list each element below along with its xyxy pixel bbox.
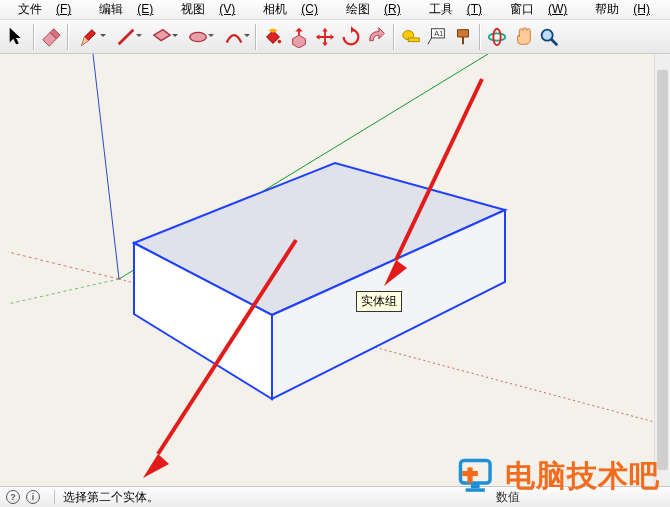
separator [255, 24, 257, 50]
text-icon: A1 [426, 26, 448, 48]
tape-tool[interactable] [398, 24, 424, 50]
pan-icon [512, 26, 534, 48]
orbit-icon [486, 26, 508, 48]
paint-icon [452, 26, 474, 48]
svg-point-2 [269, 28, 276, 32]
text-tool[interactable]: A1 [424, 24, 450, 50]
polygon-tool[interactable] [180, 24, 216, 50]
axis-y-neg [8, 279, 119, 304]
svg-text:A1: A1 [434, 29, 443, 38]
line-tool[interactable] [108, 24, 144, 50]
bucket-tool[interactable] [260, 24, 286, 50]
tooltip-entity-group: 实体组 [356, 291, 402, 312]
arc-icon [223, 26, 245, 48]
svg-point-1 [190, 32, 207, 41]
svg-marker-17 [143, 454, 169, 478]
svg-line-0 [119, 29, 134, 44]
rotate-icon [340, 26, 362, 48]
svg-rect-5 [408, 37, 419, 41]
scene-canvas [0, 54, 670, 486]
select-tool[interactable] [4, 24, 30, 50]
svg-rect-9 [462, 37, 464, 44]
svg-line-8 [428, 37, 432, 43]
line-icon [115, 26, 137, 48]
separator [67, 24, 69, 50]
cursor-icon [6, 26, 28, 48]
watermark-logo-icon [455, 457, 499, 497]
viewport-3d[interactable]: 实体组 [0, 54, 670, 486]
menu-tools[interactable]: 工具(T) [415, 0, 496, 20]
pencil-icon [79, 26, 101, 48]
arc-tool[interactable] [216, 24, 252, 50]
move-icon [314, 26, 336, 48]
menu-help[interactable]: 帮助(H) [581, 0, 664, 20]
scrollbar-vertical[interactable] [654, 54, 670, 486]
eraser-icon [40, 26, 62, 48]
svg-line-13 [551, 38, 557, 44]
separator [54, 490, 55, 504]
svg-rect-22 [462, 470, 478, 475]
separator [33, 24, 35, 50]
zoom-tool[interactable] [536, 24, 562, 50]
watermark: 电脑技术吧 [455, 456, 660, 497]
menu-view[interactable]: 视图(V) [167, 0, 249, 20]
svg-point-3 [278, 39, 282, 43]
status-hint: 选择第二个实体。 [63, 489, 159, 506]
separator [479, 24, 481, 50]
svg-point-10 [489, 33, 506, 40]
menu-camera[interactable]: 相机(C) [249, 0, 332, 20]
rectangle-icon [151, 26, 173, 48]
polygon-icon [187, 26, 209, 48]
scrollbar-thumb[interactable] [657, 70, 668, 470]
info-icon[interactable]: i [26, 490, 40, 504]
toolbar: A1 [0, 20, 670, 54]
paint-tool[interactable] [450, 24, 476, 50]
eraser-tool[interactable] [38, 24, 64, 50]
axis-z [93, 54, 119, 279]
svg-point-11 [493, 28, 500, 45]
offset-tool[interactable] [364, 24, 390, 50]
move-tool[interactable] [312, 24, 338, 50]
pencil-tool[interactable] [72, 24, 108, 50]
offset-icon [366, 26, 388, 48]
bucket-icon [262, 26, 284, 48]
watermark-text: 电脑技术吧 [505, 456, 660, 497]
pushpull-tool[interactable] [286, 24, 312, 50]
axis-x-neg [8, 252, 119, 279]
menu-edit[interactable]: 编辑(E) [85, 0, 167, 20]
pan-tool[interactable] [510, 24, 536, 50]
separator [393, 24, 395, 50]
rectangle-tool[interactable] [144, 24, 180, 50]
svg-rect-20 [466, 488, 485, 491]
menu-file[interactable]: 文件(F) [4, 0, 85, 20]
orbit-tool[interactable] [484, 24, 510, 50]
menu-bar: 文件(F) 编辑(E) 视图(V) 相机(C) 绘图(R) 工具(T) 窗口(W… [0, 0, 670, 20]
rotate-tool[interactable] [338, 24, 364, 50]
menu-draw[interactable]: 绘图(R) [332, 0, 415, 20]
svg-rect-19 [471, 483, 480, 488]
pushpull-icon [288, 26, 310, 48]
tape-icon [400, 26, 422, 48]
zoom-icon [538, 26, 560, 48]
menu-window[interactable]: 窗口(W) [496, 0, 581, 20]
solid-group-box [134, 163, 505, 399]
help-icon[interactable]: ? [6, 490, 20, 504]
